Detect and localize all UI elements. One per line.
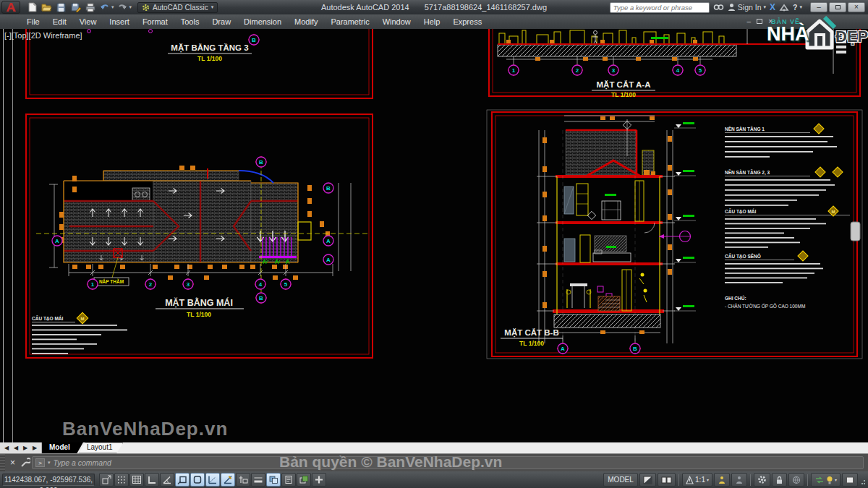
ortho-toggle[interactable] <box>145 473 159 487</box>
viewport-controls-label[interactable]: [-][Top][2D Wireframe] <box>4 31 82 40</box>
command-close-icon[interactable]: × <box>5 458 20 468</box>
recent-commands-icon[interactable]: ▾ <box>48 460 51 466</box>
quick-properties-toggle[interactable] <box>281 473 296 487</box>
sectionB-scale-text: TL 1/100 <box>519 340 544 347</box>
resize-grip[interactable] <box>859 473 867 487</box>
undo-button[interactable] <box>98 1 111 13</box>
svg-text:2: 2 <box>576 67 579 74</box>
ui-lock-button[interactable] <box>772 473 787 487</box>
workspace-switching-button[interactable] <box>754 473 770 487</box>
coordinates-readout[interactable]: 1142438.067, -925967.536, 0.000 <box>2 474 95 486</box>
open-file-button[interactable] <box>41 1 53 13</box>
annotation-scale-button[interactable]: 1:1 ▾ <box>682 473 712 487</box>
sign-in-button[interactable]: Sign In ▾ <box>728 3 766 12</box>
maximize-button[interactable] <box>829 2 846 12</box>
redo-button[interactable] <box>116 1 129 13</box>
exchange-apps-icon[interactable]: X <box>770 2 775 12</box>
tab-first-icon[interactable]: ◀ <box>2 445 11 451</box>
polar-tracking-toggle[interactable] <box>160 473 174 487</box>
close-button[interactable]: × <box>848 2 865 12</box>
infocenter: Sign In ▾ X ? ▾ – × <box>610 1 865 13</box>
sign-in-dropdown-icon[interactable]: ▾ <box>764 4 767 10</box>
annotation-autoscale-toggle[interactable] <box>731 473 747 487</box>
isolate-dropdown-icon[interactable]: ▾ <box>835 477 837 482</box>
menu-file[interactable]: File <box>20 14 46 29</box>
tab-prev-icon[interactable]: ◀ <box>12 445 20 451</box>
menu-edit[interactable]: Edit <box>46 14 73 29</box>
menu-help[interactable]: Help <box>417 14 447 29</box>
sectionA-figure <box>592 31 598 46</box>
menu-draw[interactable]: Draw <box>205 14 237 29</box>
tab-last-icon[interactable]: ▶ <box>30 445 39 451</box>
command-grip-handle[interactable] <box>0 454 5 471</box>
menu-format[interactable]: Format <box>136 14 174 29</box>
menu-modify[interactable]: Modify <box>288 14 324 29</box>
drawings-quickview-button[interactable] <box>658 473 676 487</box>
plan3-title-text: MẶT BẰNG TẦNG 3 <box>171 43 248 53</box>
status-toggles <box>99 473 326 487</box>
svg-text:A: A <box>55 238 59 244</box>
lineweight-toggle[interactable] <box>251 473 265 487</box>
banvenhadep-logo: BẢN VẼ NHÀ ĐẸP <box>765 16 867 51</box>
help-button[interactable]: ? ▾ <box>793 3 802 12</box>
grid-display-toggle[interactable] <box>114 473 129 487</box>
transparency-toggle[interactable] <box>266 473 281 487</box>
grid-toggle[interactable] <box>129 473 144 487</box>
svg-text:B: B <box>633 346 637 352</box>
a360-icon[interactable] <box>779 4 789 12</box>
drawing-restore-button[interactable] <box>757 17 762 25</box>
minimize-button[interactable]: – <box>810 2 827 12</box>
clean-screen-button[interactable] <box>842 473 858 487</box>
workspace-switcher[interactable]: AutoCAD Classic ▾ <box>137 2 218 13</box>
isolate-objects-button[interactable]: ▾ <box>811 473 841 487</box>
search-input[interactable] <box>610 2 710 13</box>
layout-quickview-button[interactable] <box>639 473 656 487</box>
menu-window[interactable]: Window <box>376 14 417 29</box>
save-button[interactable] <box>55 1 67 13</box>
menu-parametric[interactable]: Parametric <box>324 14 375 29</box>
tab-layout1[interactable]: Layout1 <box>79 442 124 453</box>
plot-button[interactable] <box>84 1 96 13</box>
canvas-watermark: BanVeNhaDep.vn <box>62 418 228 440</box>
tab-navigation: ◀ ◀ ▶ ▶ <box>0 442 42 453</box>
new-file-button[interactable] <box>26 1 38 13</box>
3d-osnap-toggle[interactable] <box>190 473 205 487</box>
annotation-visibility-toggle[interactable] <box>714 473 730 487</box>
selection-cycling-toggle[interactable] <box>297 473 311 487</box>
dynamic-ucs-toggle[interactable] <box>221 473 235 487</box>
help-dropdown-icon[interactable]: ▾ <box>799 4 802 10</box>
annotation-monitor-toggle[interactable] <box>312 473 326 487</box>
menu-express[interactable]: Express <box>446 14 488 29</box>
menu-tools[interactable]: Tools <box>174 14 206 29</box>
snap-toggle[interactable] <box>99 473 114 487</box>
search-icon[interactable] <box>713 3 724 12</box>
svg-text:2: 2 <box>149 281 153 288</box>
tab-model[interactable]: Model <box>42 442 83 453</box>
model-space-canvas[interactable]: [-][Top][2D Wireframe] BanVeNhaDep.vn <box>0 29 868 442</box>
menu-dimension[interactable]: Dimension <box>237 14 288 29</box>
osnap-toggle[interactable] <box>175 473 190 487</box>
tab-next-icon[interactable]: ▶ <box>21 445 30 451</box>
menu-insert[interactable]: Insert <box>103 14 136 29</box>
gear-icon <box>757 475 767 484</box>
sectionB-notes: NỀN SÀN TẦNG 1 NỀN SÀN TẦNG 2, 3 CẤU TẠO… <box>725 124 850 309</box>
undo-dropdown-icon[interactable]: ▾ <box>111 4 114 10</box>
scale-dropdown-icon[interactable]: ▾ <box>707 477 709 482</box>
workspace-dropdown-icon[interactable]: ▾ <box>211 4 214 10</box>
sectionB-title-text: MẶT CẮT B-B <box>504 328 558 338</box>
save-as-button[interactable] <box>69 1 82 13</box>
dynamic-input-toggle[interactable] <box>236 473 250 487</box>
annotation-scale-icon <box>686 476 694 484</box>
drawing-minimize-button[interactable]: – <box>747 17 752 25</box>
status-bar: 1142438.067, -925967.536, 0.000 MODEL 1:… <box>0 471 868 488</box>
model-space-button[interactable]: MODEL <box>603 473 638 487</box>
redo-dropdown-icon[interactable]: ▾ <box>129 4 132 10</box>
menu-view[interactable]: View <box>73 14 103 29</box>
otrack-toggle[interactable] <box>205 473 220 487</box>
scrollbar-thumb[interactable] <box>851 222 860 241</box>
customize-wrench-icon[interactable] <box>20 458 30 468</box>
command-input-field[interactable]: > ▾ Type a command <box>32 456 864 469</box>
performance-tuner-button[interactable] <box>788 473 804 487</box>
sectionB-floor3 <box>564 181 644 221</box>
autocad-app-icon[interactable] <box>1 1 20 14</box>
